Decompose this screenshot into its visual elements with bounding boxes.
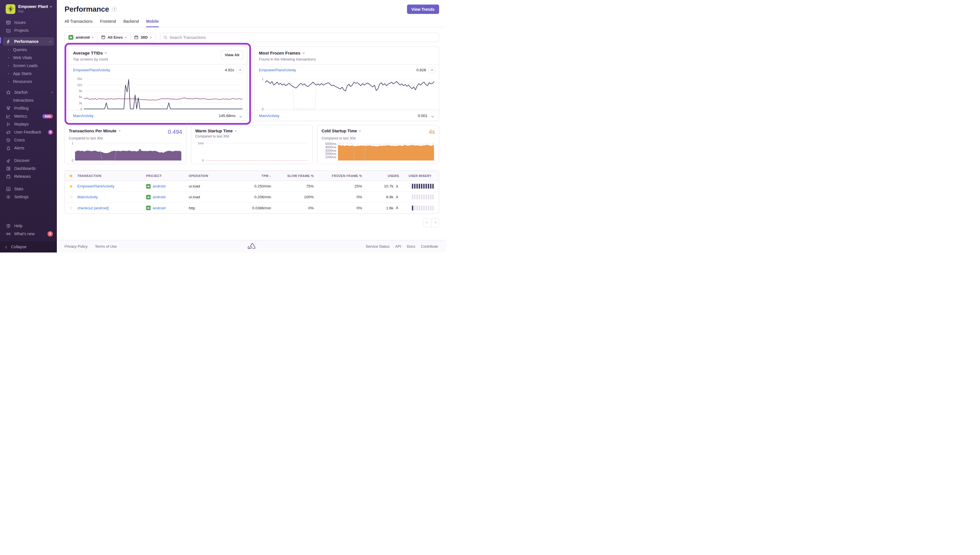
sidebar-item-whats-new[interactable]: What's new 5 [0,230,57,238]
search-input[interactable] [170,35,436,40]
privacy-policy-link[interactable]: Privacy Policy [64,244,88,249]
most-frozen-frames-subtitle: Found in the following transactions [259,57,435,61]
app-root: Empower Plant Nar Issues Projects [0,0,446,252]
whats-new-badge: 5 [47,231,53,237]
org-switcher[interactable]: Empower Plant Nar [0,0,57,17]
contribute-link[interactable]: Contribute [421,244,438,249]
beta-badge: beta [42,114,53,119]
sidebar-item-stats[interactable]: Stats [0,185,57,193]
issues-icon [6,20,11,25]
sidebar-item-help[interactable]: Help [0,222,57,230]
project-link[interactable]: android [153,195,165,199]
col-user-misery[interactable]: USER MISERY [399,174,439,178]
transaction-link[interactable]: MainActivity [259,114,280,118]
sidebar-item-web-vitals[interactable]: Web Vitals [0,54,57,62]
sidebar-item-interactions[interactable]: Interactions [0,96,57,104]
transaction-link[interactable]: EmpowerPlantActivity [259,68,296,72]
help-circle-icon [6,223,11,228]
sidebar-item-alerts[interactable]: Alerts [0,144,57,152]
sidebar-item-performance[interactable]: Performance [3,37,54,46]
table-header-row: ★ TRANSACTION PROJECT OPERATION TPM↓ SLO… [65,171,439,181]
col-users[interactable]: USERS [362,174,399,178]
user-icon [395,195,399,199]
transaction-link[interactable]: MainActivity [77,195,98,199]
sidebar-item-starfish[interactable]: Starfish [0,88,57,96]
org-subtitle: Nar [18,10,52,13]
star-toggle[interactable]: ☆ [65,205,77,210]
sidebar-item-replays[interactable]: Replays [0,120,57,128]
onboarding-highlight-ring: Average TTIDs Top screens by count View … [64,43,251,125]
view-all-button[interactable]: View All [221,51,243,59]
project-link[interactable]: android [153,184,165,188]
expand-row-button[interactable] [238,114,243,118]
col-operation[interactable]: OPERATION [189,174,234,178]
api-link[interactable]: API [395,244,401,249]
sidebar-item-discover[interactable]: Discover [0,157,57,164]
star-icon [6,90,11,95]
help-icon[interactable]: ? [112,7,117,12]
android-platform-icon [146,205,151,210]
cold-startup-value: 4s [429,129,435,135]
transaction-link[interactable]: EmpowerPlantActivity [73,68,110,72]
average-ttids-title[interactable]: Average TTIDs [73,51,243,55]
col-tpm[interactable]: TPM↓ [234,174,271,178]
sidebar-item-projects[interactable]: Projects [0,26,57,34]
siren-icon [6,146,11,151]
sidebar-nav: Issues Projects Performance Queries Web … [0,17,57,252]
service-status-link[interactable]: Service Status [366,244,390,249]
star-toggle[interactable]: ★ [65,184,77,189]
android-platform-icon [69,35,73,40]
tab-frontend[interactable]: Frontend [100,19,116,27]
expand-row-button[interactable] [430,114,435,118]
sidebar-item-metrics[interactable]: Metrics beta [0,112,57,120]
sidebar-item-queries[interactable]: Queries [0,46,57,54]
page-title: Performance [64,5,109,14]
cold-startup-title[interactable]: Cold Startup Time [321,129,361,133]
sidebar-item-crons[interactable]: Crons [0,136,57,144]
project-link[interactable]: android [153,206,165,210]
terms-of-use-link[interactable]: Terms of Use [95,244,117,249]
next-page-button[interactable] [431,218,439,227]
view-trends-button[interactable]: View Trends [407,5,439,14]
chevron-up-icon [49,41,51,43]
transaction-link[interactable]: EmpowerPlantActivity [77,184,114,188]
sidebar-item-screen-loads[interactable]: Screen Loads [0,62,57,70]
star-toggle[interactable]: ☆ [65,194,77,200]
environment-filter[interactable]: All Envs [97,33,130,42]
tab-all-transactions[interactable]: All Transactions [64,19,93,27]
col-frozen-frame[interactable]: FROZEN FRAME % [314,174,362,178]
sidebar-item-app-starts[interactable]: App Starts [0,70,57,77]
sidebar-item-resources[interactable]: Resources [0,77,57,85]
previous-page-button[interactable] [424,218,431,227]
average-ttids-subtitle: Top screens by count [73,57,243,61]
sidebar-collapse-button[interactable]: Collapse [0,241,57,252]
sidebar-item-profiling[interactable]: Profiling [0,104,57,112]
sidebar-item-dashboards[interactable]: Dashboards [0,164,57,172]
sidebar-item-releases[interactable]: Releases [0,172,57,180]
tab-backend[interactable]: Backend [123,19,139,27]
window-icon [101,35,106,40]
search-bar[interactable] [160,33,439,42]
collapse-row-button[interactable] [429,67,435,73]
docs-link[interactable]: Docs [407,244,415,249]
most-frozen-frames-title[interactable]: Most Frozen Frames [259,51,435,55]
warm-startup-title[interactable]: Warm Startup Time [195,129,236,133]
date-range-filter[interactable]: 30D [130,33,155,42]
project-filter[interactable]: android [65,33,97,42]
tpm-title[interactable]: Transactions Per Minute [69,129,120,133]
filter-row: android All Envs 30D [64,33,439,42]
col-project[interactable]: PROJECT [146,174,189,178]
chevron-down-icon [104,51,107,54]
sidebar-item-user-feedback[interactable]: User Feedback B [0,128,57,136]
sidebar-item-issues[interactable]: Issues [0,18,57,26]
col-transaction[interactable]: TRANSACTION [77,174,146,178]
page-footer: Privacy Policy Terms of Use Service Stat… [57,240,446,252]
tab-mobile[interactable]: Mobile [146,19,159,27]
collapse-row-button[interactable] [237,67,243,73]
most-frozen-frames-card: Most Frozen Frames Found in the followin… [254,47,439,121]
transaction-link[interactable]: checkout [android] [77,206,109,210]
transaction-link[interactable]: MainActivity [73,114,93,118]
col-slow-frame[interactable]: SLOW FRAME % [271,174,314,178]
cold-startup-chart: 5000ms4000ms3000ms2000ms1000ms [321,141,435,161]
sidebar-item-settings[interactable]: Settings [0,193,57,201]
